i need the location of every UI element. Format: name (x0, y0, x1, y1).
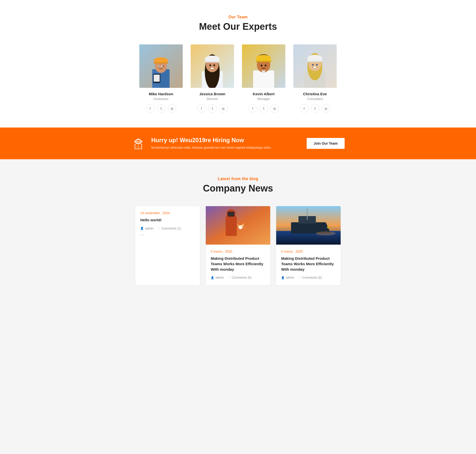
facebook-btn-mike[interactable]: f (146, 104, 154, 113)
team-role-christina: Consultant (293, 97, 337, 101)
blog-date-2: 5 marzo , 2020 (211, 250, 265, 253)
svg-point-21 (209, 65, 211, 66)
team-name-christina: Christina Eve (293, 92, 337, 96)
blog-image-welding (206, 206, 270, 245)
twitter-btn-kevin[interactable]: 𝕥 (260, 104, 268, 113)
ship-image (276, 206, 341, 245)
team-photo-svg-jessica (191, 44, 234, 88)
hiring-text-block: Hurry up! Weu2019re Hiring Now fermentum… (151, 137, 301, 150)
blog-card-hello-world: 14 noviembre , 2024 Hello world! admin C… (135, 206, 200, 285)
team-photo-kevin (242, 44, 285, 88)
team-name-jessica: Jessica Brown (191, 92, 234, 96)
welding-svg (206, 206, 270, 245)
svg-rect-23 (210, 68, 214, 69)
hiring-inner: Hurry up! Weu2019re Hiring Now fermentum… (131, 128, 345, 159)
blog-comments-2: Comments (0) (228, 276, 251, 279)
person-icon-2 (211, 276, 214, 279)
team-photo-svg-mike (139, 44, 183, 88)
svg-point-31 (261, 65, 263, 66)
svg-rect-11 (154, 75, 160, 82)
team-role-kevin: Manager (242, 97, 285, 101)
hiring-subtitle: fermentumyi vehiculai nulla. Aenean grav… (151, 145, 301, 150)
svg-rect-57 (228, 212, 235, 217)
blog-section-title: Company News (5, 183, 471, 194)
heart-icon-3 (298, 276, 301, 279)
twitter-btn-christina[interactable]: 𝕥 (311, 104, 319, 113)
team-photo-svg-kevin (242, 44, 285, 88)
team-section-title: Meet Our Experts (5, 21, 471, 32)
team-photo-mike (139, 44, 183, 88)
team-card-mike: Mike Hardson Contractor f 𝕥 ◎ (139, 44, 183, 113)
blog-comments-3: Comments (0) (298, 276, 322, 279)
team-social-jessica: f 𝕥 ◎ (191, 104, 234, 113)
team-social-kevin: f 𝕥 ◎ (242, 104, 285, 113)
instagram-btn-christina[interactable]: ◎ (322, 104, 330, 113)
instagram-btn-kevin[interactable]: ◎ (270, 104, 279, 113)
facebook-btn-kevin[interactable]: f (249, 104, 257, 113)
blog-grid: 14 noviembre , 2024 Hello world! admin C… (131, 206, 345, 285)
blog-meta-1: admin Comments (1) (140, 227, 195, 230)
instagram-btn-jessica[interactable]: ◎ (219, 104, 228, 113)
blog-section-label: Latest from the blog (5, 177, 471, 181)
svg-rect-55 (226, 216, 237, 236)
blog-title-2: Making Distributed Product Teams Works M… (211, 256, 265, 272)
team-social-mike: f 𝕥 ◎ (139, 104, 183, 113)
blog-author-1: admin (140, 227, 153, 230)
team-card-christina: Christina Eve Consultant f 𝕥 ◎ (293, 44, 337, 113)
our-team-section: Our Team Meet Our Experts (0, 0, 476, 128)
svg-rect-30 (256, 61, 271, 62)
join-our-team-button[interactable]: Join Our Team (307, 138, 345, 149)
person-icon-1 (140, 227, 144, 230)
team-name-mike: Mike Hardson (139, 92, 183, 96)
hiring-title: Hurry up! Weu2019re Hiring Now (151, 137, 301, 144)
svg-point-65 (316, 231, 336, 235)
team-card-kevin: Kevin Albert Manager f 𝕥 ◎ (242, 44, 285, 113)
twitter-btn-jessica[interactable]: 𝕥 (208, 104, 217, 113)
blog-author-3: admin (281, 276, 294, 279)
svg-point-42 (316, 64, 318, 66)
heart-icon-2 (228, 276, 231, 279)
svg-rect-48 (206, 206, 270, 245)
blog-meta-2: admin Comments (0) (211, 276, 265, 279)
svg-point-41 (312, 64, 314, 66)
svg-rect-12 (157, 65, 160, 67)
svg-rect-40 (307, 61, 323, 62)
blog-card-text-3: 5 marzo , 2020 Making Distributed Produc… (276, 245, 341, 285)
blog-card-distributed-1: 5 marzo , 2020 Making Distributed Produc… (206, 206, 270, 285)
team-section-label: Our Team (5, 15, 471, 19)
svg-rect-7 (153, 62, 168, 64)
team-photo-christina (293, 44, 337, 88)
facebook-btn-christina[interactable]: f (300, 104, 308, 113)
blog-image-ship (276, 206, 341, 245)
twitter-btn-mike[interactable]: 𝕥 (157, 104, 165, 113)
blog-comments-1: Comments (1) (157, 227, 181, 230)
blog-meta-3: admin Comments (0) (281, 276, 336, 279)
team-name-kevin: Kevin Albert (242, 92, 285, 96)
svg-rect-20 (204, 61, 220, 63)
blog-title-3: Making Distributed Product Teams Works M… (281, 256, 336, 272)
welding-image (206, 206, 270, 245)
blog-section: Latest from the blog Company News 14 nov… (0, 159, 476, 300)
team-grid: Mike Hardson Contractor f 𝕥 ◎ (131, 44, 345, 113)
instagram-btn-mike[interactable]: ◎ (168, 104, 176, 113)
facebook-btn-jessica[interactable]: f (197, 104, 206, 113)
team-card-jessica: Jessica Brown Director f 𝕥 ◎ (191, 44, 234, 113)
worker-icon (131, 136, 145, 150)
hiring-banner: Hurry up! Weu2019re Hiring Now fermentum… (0, 128, 476, 159)
heart-icon-1 (157, 227, 160, 230)
blog-ellipsis-1: ... (140, 231, 195, 236)
blog-date-3: 5 marzo , 2020 (281, 250, 336, 253)
team-social-christina: f 𝕥 ◎ (293, 104, 337, 113)
team-photo-jessica (191, 44, 234, 88)
team-role-mike: Contractor (139, 97, 183, 101)
blog-card-text-1: 14 noviembre , 2024 Hello world! admin C… (135, 206, 200, 242)
svg-point-64 (327, 226, 329, 228)
team-role-jessica: Director (191, 97, 234, 101)
svg-point-32 (265, 65, 267, 66)
svg-point-22 (213, 65, 215, 66)
blog-title-1: Hello world! (140, 217, 195, 223)
svg-rect-43 (313, 67, 317, 68)
ship-svg (276, 206, 341, 245)
blog-author-2: admin (211, 276, 224, 279)
team-photo-svg-christina (293, 44, 337, 88)
